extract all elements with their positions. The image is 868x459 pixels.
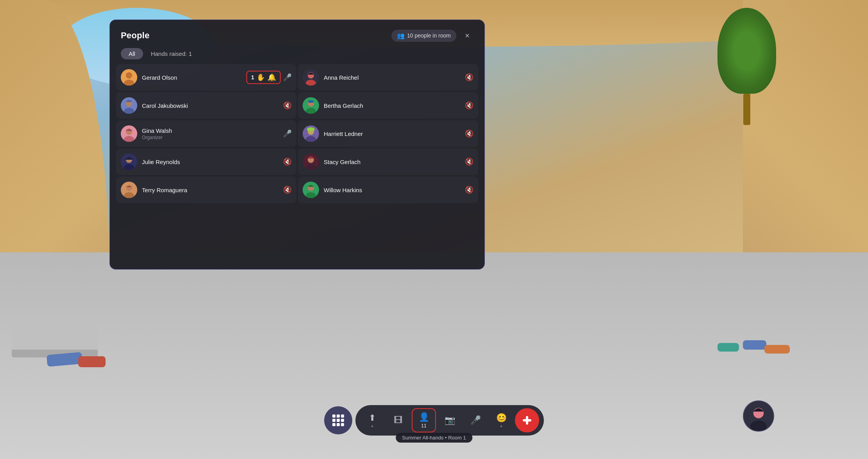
mic-button[interactable]: 🎤 — [463, 408, 488, 432]
sofa — [12, 318, 98, 350]
mic-muted-icon-julie: 🔇 — [283, 157, 292, 166]
svg-rect-12 — [308, 100, 314, 103]
panel-title: People — [121, 30, 149, 41]
avatar-harriett — [303, 125, 319, 142]
person-info-julie: Julie Reynolds — [142, 159, 283, 165]
person-row-anna[interactable]: Anna Reichel 🔇 — [298, 64, 478, 91]
hand-count: 1 — [251, 74, 254, 80]
svg-rect-33 — [526, 416, 528, 425]
person-actions-gerard: 1 ✋ 🔔 🎤 — [246, 71, 292, 84]
mic-muted-icon-terry: 🔇 — [283, 186, 292, 194]
panel-header-right: 👥 10 people in room × — [391, 29, 473, 42]
cushion-orange — [764, 345, 790, 354]
tree — [712, 8, 782, 125]
person-row-terry[interactable]: Terry Romaguera 🔇 — [116, 177, 296, 203]
person-row-harriett[interactable]: Harriett Ledner 🔇 — [298, 120, 478, 147]
avatar-anna — [303, 69, 319, 86]
avatar-carol — [121, 97, 137, 114]
svg-point-19 — [307, 127, 315, 131]
person-name-anna: Anna Reichel — [324, 74, 465, 81]
apps-grid-icon — [332, 414, 344, 426]
tree-foliage — [717, 8, 776, 94]
person-actions-julie: 🔇 — [283, 157, 292, 166]
person-row-carol[interactable]: Carol Jakubowski 🔇 — [116, 92, 296, 119]
apps-button[interactable] — [324, 406, 352, 434]
person-name-julie: Julie Reynolds — [142, 159, 283, 165]
person-row-stacy[interactable]: Stacy Gerlach 🔇 — [298, 148, 478, 175]
person-name-gina: Gina Walsh — [142, 127, 283, 134]
mic-muted-icon-willow: 🔇 — [465, 186, 473, 194]
person-row-willow[interactable]: Willow Harkins 🔇 — [298, 177, 478, 203]
mic-on-icon-gerard: 🎤 — [283, 73, 292, 82]
person-info-anna: Anna Reichel — [324, 74, 465, 81]
person-actions-stacy: 🔇 — [465, 157, 473, 166]
mic-toolbar-icon: 🎤 — [470, 415, 481, 425]
raised-hand-box: 1 ✋ 🔔 — [246, 71, 281, 84]
person-row-bertha[interactable]: Bertha Gerlach 🔇 — [298, 92, 478, 119]
avatar-gina — [121, 125, 137, 142]
person-role-gina: Organizer — [142, 135, 283, 140]
person-info-willow: Willow Harkins — [324, 187, 465, 193]
tree-trunk — [743, 94, 750, 125]
person-row-gerard[interactable]: Gerard Olson 1 ✋ 🔔 🎤 — [116, 64, 296, 91]
reaction-arrow-icon: ▲ — [500, 424, 503, 428]
camera-button[interactable]: 📷 — [438, 408, 462, 432]
people-panel: People 👥 10 people in room × All Hands r… — [109, 20, 485, 270]
person-info-bertha: Bertha Gerlach — [324, 102, 465, 109]
svg-point-27 — [126, 185, 132, 191]
share-icon: ⬆ — [369, 413, 376, 423]
reaction-icon: 😊 — [496, 413, 507, 423]
mic-on-icon-gina: 🎤 — [283, 129, 292, 138]
people-group-icon: 👥 — [397, 32, 405, 39]
panel-header: People 👥 10 people in room × — [110, 20, 484, 48]
people-count-text: 10 people in room — [407, 32, 451, 39]
person-name-willow: Willow Harkins — [324, 187, 465, 193]
svg-point-1 — [126, 72, 132, 79]
share-button[interactable]: ⬆ ▲ — [360, 408, 384, 432]
avatar-willow — [303, 182, 319, 198]
avatar-stacy — [303, 154, 319, 170]
film-icon: 🎞 — [394, 415, 402, 425]
cushion-teal — [717, 343, 739, 352]
people-list: Gerard Olson 1 ✋ 🔔 🎤 — [110, 64, 484, 269]
mic-muted-icon-anna: 🔇 — [465, 73, 473, 82]
bell-icon: 🔔 — [267, 73, 276, 82]
people-button[interactable]: 👤 11 — [412, 408, 436, 432]
person-actions-harriett: 🔇 — [465, 129, 473, 138]
close-button[interactable]: × — [461, 29, 473, 42]
person-info-gina: Gina Walsh Organizer — [142, 127, 283, 140]
avatar-julie — [121, 154, 137, 170]
person-actions-anna: 🔇 — [465, 73, 473, 82]
cushion-red — [78, 356, 106, 367]
person-name-terry: Terry Romaguera — [142, 187, 283, 193]
reaction-button[interactable]: 😊 ▲ — [489, 408, 513, 432]
leave-icon — [522, 415, 532, 425]
leave-button[interactable] — [515, 408, 539, 432]
person-row-julie[interactable]: Julie Reynolds 🔇 — [116, 148, 296, 175]
tab-all[interactable]: All — [121, 48, 143, 59]
mic-muted-icon-bertha: 🔇 — [465, 101, 473, 110]
person-info-terry: Terry Romaguera — [142, 187, 283, 193]
raised-hand-icon: ✋ — [256, 73, 265, 82]
avatar-gerard — [121, 69, 137, 86]
person-info-harriett: Harriett Ledner — [324, 130, 465, 137]
person-name-gerard: Gerard Olson — [142, 74, 246, 81]
person-name-stacy: Stacy Gerlach — [324, 159, 465, 165]
tab-hands-raised[interactable]: Hands raised: 1 — [146, 48, 197, 59]
user-avatar-br — [743, 400, 774, 432]
person-info-carol: Carol Jakubowski — [142, 102, 283, 109]
person-name-bertha: Bertha Gerlach — [324, 102, 465, 109]
people-icon: 👤 — [419, 412, 429, 422]
content-button[interactable]: 🎞 — [386, 408, 410, 432]
people-count-badge: 👥 10 people in room — [391, 30, 456, 42]
person-row-gina[interactable]: Gina Walsh Organizer 🎤 — [116, 120, 296, 147]
avatar-terry — [121, 182, 137, 198]
toolbar: ⬆ ▲ 🎞 👤 11 📷 🎤 😊 ▲ — [324, 405, 544, 436]
person-info-stacy: Stacy Gerlach — [324, 159, 465, 165]
user-avatar-image — [744, 400, 773, 432]
cushion-blue2 — [743, 340, 766, 350]
person-name-harriett: Harriett Ledner — [324, 130, 465, 137]
person-name-carol: Carol Jakubowski — [142, 102, 283, 109]
person-actions-bertha: 🔇 — [465, 101, 473, 110]
person-actions-terry: 🔇 — [283, 186, 292, 194]
